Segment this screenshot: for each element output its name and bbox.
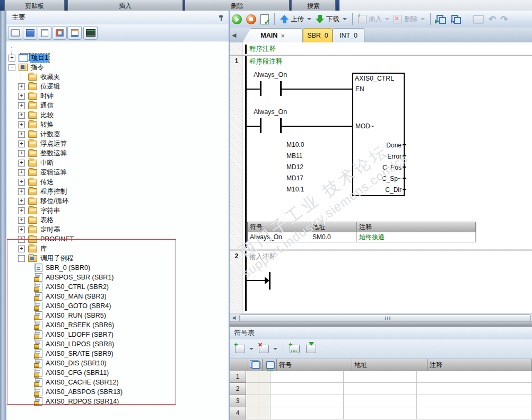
tree-item-call-subroutines[interactable]: −调用子例程 [6, 253, 75, 263]
new-symbol-button[interactable] [232, 344, 256, 354]
download-button[interactable]: 下载 [313, 14, 349, 25]
symbol-cell[interactable] [271, 383, 344, 395]
tab-main[interactable]: MAIN × [242, 28, 303, 42]
tree-item-table[interactable]: +表格 [6, 215, 55, 225]
grid-row[interactable]: 4 [230, 407, 532, 419]
cursor-bar[interactable] [269, 272, 271, 290]
scrollbar-thumb[interactable] [239, 314, 531, 322]
collapsed-panel-strip[interactable] [0, 11, 6, 420]
symbol-table-view-button[interactable] [23, 26, 37, 40]
tree-item-integer-math[interactable]: +整数运算 [6, 148, 68, 158]
row-number[interactable]: 3 [230, 395, 246, 407]
comment-column-header[interactable]: 注释 [428, 359, 532, 371]
upload-button[interactable]: 上传 [278, 14, 313, 25]
expand-icon[interactable]: + [18, 83, 25, 90]
symbol-cell[interactable] [271, 407, 344, 419]
chevron-down-icon[interactable] [343, 18, 347, 20]
expand-icon[interactable]: + [18, 121, 25, 128]
pou-navigate-pause-button[interactable] [449, 14, 464, 25]
block-input-en[interactable]: EN [355, 85, 364, 93]
grid-row[interactable]: 1 [230, 371, 532, 383]
expand-icon[interactable]: + [18, 150, 25, 157]
tree-item-instructions[interactable]: −指令 [6, 63, 45, 72]
tree-item-bit-logic[interactable]: +位逻辑 [6, 82, 62, 91]
tree-item-convert[interactable]: +转换 [6, 120, 55, 129]
expand-icon[interactable]: + [18, 217, 25, 224]
address-cell[interactable] [344, 371, 417, 383]
expand-icon[interactable]: + [18, 93, 25, 100]
comment-cell[interactable] [417, 371, 532, 383]
tree-item-counters[interactable]: +计数器 [6, 129, 62, 139]
tree-item-logical-operations[interactable]: +逻辑运算 [6, 168, 68, 177]
pin-icon[interactable] [219, 15, 223, 21]
tree-item-interrupt[interactable]: +中断 [6, 158, 55, 168]
symbol-table-row[interactable]: Always_On SM0.0 始终接通 [248, 232, 476, 242]
chevron-down-icon[interactable] [273, 348, 277, 350]
tree-item-floating-point-math[interactable]: +浮点运算 [6, 139, 68, 148]
network-comment-placeholder[interactable]: 输入注释 [249, 252, 276, 261]
delete-symbol-button[interactable] [256, 344, 280, 354]
expand-icon[interactable]: + [18, 141, 25, 147]
operand-address[interactable]: M10.0 [286, 141, 304, 148]
block-output-csp[interactable]: C_Sp~ [382, 175, 402, 182]
expand-icon[interactable]: + [18, 207, 25, 214]
cross-reference-view-button[interactable] [67, 26, 82, 40]
data-block-view-button[interactable] [53, 26, 67, 40]
expand-icon[interactable]: + [18, 188, 25, 195]
symbol-cell[interactable] [271, 371, 344, 383]
address-cell[interactable] [344, 395, 417, 407]
contact-bar[interactable] [260, 118, 261, 133]
chevron-down-icon[interactable] [307, 18, 311, 20]
tree-item-move[interactable]: +传送 [6, 177, 55, 187]
expand-icon[interactable]: + [18, 160, 25, 167]
comment-cell[interactable] [417, 407, 532, 419]
expand-icon[interactable]: + [18, 226, 25, 233]
row-number[interactable]: 2 [230, 383, 246, 395]
tree-item-axis0-cache[interactable]: AXIS0_CACHE (SBR12) [6, 378, 120, 387]
expand-icon[interactable]: + [18, 179, 25, 186]
expand-icon[interactable]: + [18, 131, 25, 138]
tree-item-axis0-dis[interactable]: AXIS0_DIS (SBR10) [6, 358, 108, 368]
tree-item-axis0-ctrl[interactable]: AXIS0_CTRL (SBR2) [6, 282, 110, 292]
symbol-cell[interactable] [271, 395, 344, 407]
communications-view-button[interactable] [83, 26, 98, 40]
tree-item-axis0-man[interactable]: AXIS0_MAN (SBR3) [6, 292, 108, 301]
tree-item-communication[interactable]: +通信 [6, 101, 55, 110]
tree-item-shift-rotate[interactable]: +移位/循环 [6, 196, 69, 206]
insert-row-button[interactable] [286, 344, 303, 354]
operand-address[interactable]: M10.1 [286, 186, 304, 193]
expand-icon[interactable]: + [18, 246, 25, 252]
run-button[interactable] [230, 13, 244, 25]
operand-address[interactable]: MB11 [286, 152, 302, 160]
block-output-error[interactable]: Error [387, 153, 402, 160]
tree-item-program-control[interactable]: +程序控制 [6, 187, 68, 196]
comment-cell[interactable] [417, 383, 532, 395]
row-number[interactable]: 4 [230, 407, 246, 419]
ladder-editor[interactable]: 程序注释 1 程序段注释 Always_On Always_On AXIS0_C… [230, 42, 532, 313]
status-chart-view-button[interactable] [38, 26, 52, 40]
contact-label[interactable]: Always_On [254, 108, 287, 116]
expand-icon[interactable]: + [18, 102, 25, 109]
symbol-column-header[interactable]: 符号 [277, 359, 352, 371]
block-input-mod[interactable]: MOD~ [355, 122, 374, 130]
collapse-icon[interactable]: − [18, 255, 25, 262]
address-cell[interactable] [344, 383, 417, 395]
tree-item-axis0-run[interactable]: AXIS0_RUN (SBR5) [6, 311, 107, 320]
tree-item-axis0-rdpos[interactable]: AXIS0_RDPOS (SBR14) [6, 397, 120, 406]
function-block-axis0-ctrl[interactable]: AXIS0_CTRL EN MOD~ Done Error C_Pos C_Sp… [352, 73, 405, 196]
network-comment[interactable]: 程序段注释 [249, 57, 283, 66]
collapse-icon[interactable]: − [8, 64, 15, 71]
tree-item-libraries[interactable]: +库 [6, 244, 48, 253]
tab-sbr0[interactable]: SBR_0 [303, 28, 333, 42]
operand-address[interactable]: MD12 [286, 163, 303, 171]
tree-item-axis0-rseek[interactable]: AXIS0_RSEEK (SBR6) [6, 320, 115, 330]
tab-scroll-left-icon[interactable]: ◀ [232, 32, 236, 39]
contact-bar[interactable] [260, 81, 261, 96]
tree-item-timers[interactable]: +定时器 [6, 225, 62, 234]
compile-button[interactable] [258, 13, 271, 25]
tree-item-clock[interactable]: +时钟 [6, 91, 55, 101]
pou-navigate-forward-button[interactable] [434, 14, 449, 25]
tree-item-axis0-srate[interactable]: AXIS0_SRATE (SBR9) [6, 349, 115, 358]
tab-int0[interactable]: INT_0 [333, 28, 364, 42]
scroll-left-icon[interactable]: ◀ [230, 313, 238, 322]
